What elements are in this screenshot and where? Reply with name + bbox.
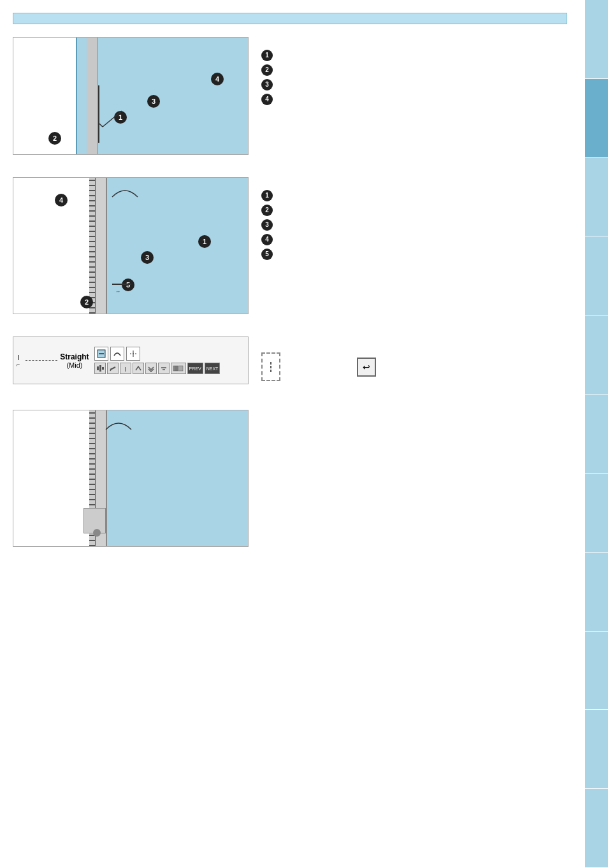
dim-line-d2 [112, 284, 131, 285]
btn-icon-2 [109, 365, 117, 372]
tab-5[interactable] [585, 315, 608, 394]
svg-line-0 [103, 111, 122, 127]
annot-text-3 [278, 79, 280, 90]
btn-icon-1 [96, 365, 104, 372]
annot-num-5-d2: 5 [261, 249, 273, 260]
diagram1-inner: 1 2 3 4 [13, 38, 248, 154]
annot-1-d1: 1 [261, 50, 280, 61]
tab-7[interactable] [585, 474, 608, 553]
gray-strip-d2 [96, 178, 107, 314]
annot-3-d1: 3 [261, 79, 280, 90]
label-5-d2: 5 [122, 278, 134, 291]
ruler-strip-d2 [89, 178, 96, 314]
annot-num-4-d2: 4 [261, 234, 273, 245]
svg-rect-6 [97, 366, 99, 370]
diagram4-container [13, 410, 249, 556]
tab-9[interactable] [585, 632, 608, 711]
connector-symbol: I ⌐ [17, 354, 20, 368]
annot-num-1-d2: 1 [261, 190, 273, 201]
tab-1[interactable] [585, 0, 608, 79]
annot-num-2-d2: 2 [261, 205, 273, 216]
cp-icon-2[interactable] [110, 347, 124, 361]
cp-btn-7[interactable] [171, 363, 186, 374]
stitch-icon-3 [129, 349, 138, 358]
diagram1: 1 2 3 4 [13, 37, 249, 155]
tab-11[interactable] [585, 789, 608, 868]
cp-btn-5[interactable] [145, 363, 157, 374]
diagram2-inner: 1 2 3 4 5 ↔ [13, 178, 248, 314]
btn-icon-6 [160, 365, 168, 372]
diagram2: 1 2 3 4 5 ↔ [13, 177, 249, 314]
annot-text-1-d2 [278, 190, 280, 201]
annot-num-1: 1 [261, 50, 273, 61]
annot-1-d2: 1 [261, 190, 280, 201]
line-v-d1 [98, 85, 99, 143]
annot-text-4 [278, 94, 280, 105]
cp-icon-group-right: | [94, 347, 221, 374]
stitch-icon-1 [97, 349, 106, 358]
svg-rect-12 [178, 366, 183, 371]
svg-rect-8 [102, 367, 104, 370]
label-3-d2: 3 [141, 251, 154, 264]
tab-3[interactable] [585, 158, 608, 237]
tab-4[interactable] [585, 236, 608, 315]
tab-2[interactable] [585, 79, 608, 158]
main-content: 1 2 3 4 [0, 0, 585, 868]
stitch-sub: (Mid) [66, 361, 82, 369]
svg-line-10 [110, 368, 112, 371]
stitch-icon-2 [113, 349, 122, 358]
cp-btn-1[interactable] [94, 363, 106, 374]
btn-icon-7 [173, 365, 184, 372]
annot-text-5-d2 [278, 249, 280, 259]
label-3-d1: 3 [147, 95, 160, 108]
diagram4 [13, 410, 249, 547]
annot-4-d1: 4 [261, 94, 280, 105]
control-panel: I ⌐ Straight (Mid) [13, 336, 249, 384]
annot-text-2 [278, 64, 280, 75]
svg-rect-11 [173, 366, 178, 371]
diagram2-container: 1 2 3 4 5 ↔ [13, 177, 249, 324]
label-2-d2: 2 [80, 296, 93, 308]
annot-2-d2: 2 [261, 205, 280, 216]
annot-num-3-d2: 3 [261, 219, 273, 231]
btn-icon-5 [147, 365, 155, 372]
diagram1-container: 1 2 3 4 [13, 37, 249, 164]
cp-btn-3[interactable]: | [120, 363, 131, 374]
cp-btn-4[interactable] [133, 363, 144, 374]
screw-d4 [93, 529, 101, 537]
annot-4-d2: 4 [261, 234, 280, 245]
cp-annotation: ↩ [261, 352, 376, 381]
annot-text-3-d2 [278, 219, 280, 230]
tab-8[interactable] [585, 553, 608, 632]
label-4-d2: 4 [55, 194, 68, 206]
curved-top-d4 [103, 414, 134, 433]
info-icon-box: ↩ [357, 358, 376, 377]
annot-text-2-d2 [278, 205, 280, 215]
curved-top-d2 [109, 181, 141, 200]
dashed-box-icon [261, 352, 280, 381]
cp-btn-2[interactable] [107, 363, 119, 374]
section-cp: I ⌐ Straight (Mid) [13, 336, 579, 397]
svg-line-1 [99, 124, 103, 127]
cp-icon-3[interactable] [126, 347, 140, 361]
annot-section-2: 1 2 3 4 5 [261, 177, 280, 263]
btn-icon-4 [134, 365, 142, 372]
cp-container: I ⌐ Straight (Mid) [13, 336, 249, 397]
tab-10[interactable] [585, 710, 608, 789]
cp-bottom-row: | [94, 363, 221, 374]
section-2: 1 2 3 4 5 ↔ [13, 177, 579, 324]
cp-btn-prev[interactable]: PREV [187, 363, 203, 374]
tab-6[interactable] [585, 394, 608, 474]
cp-icon-1[interactable] [94, 347, 108, 361]
annot-num-3: 3 [261, 79, 273, 90]
section-1: 1 2 3 4 [13, 37, 579, 164]
dim-arrow-d2: ↔ [115, 289, 120, 294]
cp-top-icons [94, 347, 221, 361]
annot-section-1: 1 2 3 4 [261, 37, 280, 108]
label-1-d2: 1 [198, 235, 211, 248]
cp-btn-6[interactable] [158, 363, 170, 374]
annot-5-d2: 5 [261, 249, 280, 260]
right-tabs [585, 0, 608, 868]
label-4-d1: 4 [211, 73, 224, 85]
cp-btn-next[interactable]: NEXT [205, 363, 221, 374]
